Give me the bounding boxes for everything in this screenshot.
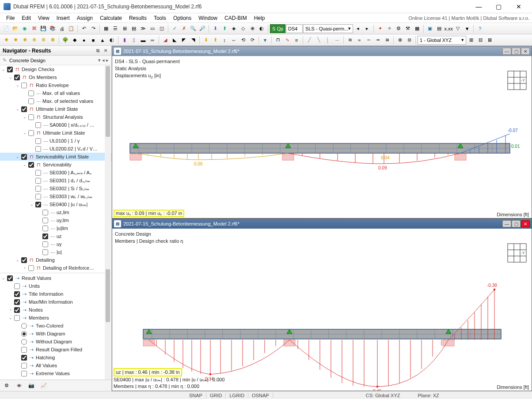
view-1-axes-icon[interactable]: -Y	[506, 69, 528, 91]
filter2-icon[interactable]: ▼	[463, 24, 471, 33]
d3-icon[interactable]: ◤	[179, 36, 188, 45]
menu-tools[interactable]: Tools	[150, 14, 170, 22]
tree-members[interactable]: Members	[29, 314, 49, 322]
d4-icon[interactable]: ◥	[189, 36, 198, 45]
next-icon[interactable]: ▸	[363, 24, 372, 33]
cb-u[interactable]	[42, 249, 48, 255]
rb-two-colored[interactable]	[21, 323, 27, 329]
footer-eye-icon[interactable]: 👁	[14, 381, 24, 390]
close-button[interactable]: ✕	[509, 0, 528, 13]
h4-icon[interactable]: ─	[333, 36, 342, 45]
tree-sls[interactable]: Serviceability Limit State	[36, 153, 89, 161]
tree-ulim[interactable]: |u|lim	[57, 224, 68, 232]
tree-se0301[interactable]: SE0301 | dₛ / dₛ,ₗᵢₘ	[49, 177, 90, 184]
status-osnap[interactable]: OSNAP	[248, 393, 273, 398]
g1-icon[interactable]: ⊓	[274, 36, 282, 45]
load-icon[interactable]: ⬇	[211, 24, 220, 33]
rb-with-diagram[interactable]	[21, 331, 27, 337]
star-d-icon[interactable]: ✻	[30, 36, 38, 45]
view-2-title[interactable]: ▤ 2021-07-15_Schulung-Betonbemessung_Mod…	[112, 219, 532, 229]
window-icon[interactable]: ▭	[148, 24, 157, 33]
cb-sls[interactable]	[21, 154, 27, 160]
class-icon[interactable]: ◈	[229, 24, 238, 33]
xxx-icon[interactable]: x.xx	[444, 24, 453, 33]
print-icon[interactable]: 🖨	[57, 24, 66, 33]
cb-maxmin[interactable]	[14, 299, 20, 305]
coord-sys-dropdown[interactable]: 1 - Global XYZ▾	[418, 36, 466, 45]
cb-uls2[interactable]	[28, 130, 34, 136]
shape4-icon[interactable]: ▲	[98, 36, 107, 45]
cb-detailing[interactable]	[21, 257, 27, 263]
tree-units[interactable]: Units	[29, 282, 40, 290]
calc2-icon[interactable]: ✗	[179, 24, 188, 33]
tree-maxmin[interactable]: Max/Min Information	[29, 298, 73, 306]
cb-units[interactable]	[14, 283, 20, 289]
options-icon[interactable]: ▤	[129, 24, 138, 33]
shape5-icon[interactable]: ◐	[107, 36, 116, 45]
h2-icon[interactable]: ╲	[314, 36, 323, 45]
i4-icon[interactable]: ≃	[373, 36, 382, 45]
view-2-max-icon[interactable]: ▢	[512, 220, 521, 227]
prev-icon[interactable]: ◂	[353, 24, 362, 33]
redo-icon[interactable]: ↷	[89, 24, 98, 33]
d2-icon[interactable]: ◣	[170, 36, 179, 45]
find-icon[interactable]: 🔎	[198, 24, 207, 33]
sec3-icon[interactable]: ▬	[139, 36, 148, 45]
cb-result-values[interactable]	[7, 275, 13, 281]
tree-max-all[interactable]: Max. of all values	[42, 89, 80, 97]
footer-settings-icon[interactable]: ⚙	[2, 381, 11, 390]
menu-view[interactable]: View	[34, 14, 53, 22]
shape1-icon[interactable]: ◆	[70, 36, 79, 45]
tree-without-diagram[interactable]: Without Diagram	[36, 338, 72, 346]
cb-members[interactable]	[14, 315, 20, 321]
minimize-button[interactable]: —	[469, 0, 489, 13]
cb-ul0200[interactable]	[35, 146, 41, 152]
cb-uzlim[interactable]	[42, 210, 48, 215]
tree-title-info[interactable]: Title Information	[29, 290, 63, 298]
cb-se0400[interactable]	[35, 202, 41, 207]
tree-hatching[interactable]: Hatching	[36, 354, 55, 361]
e6-icon[interactable]: ⟳	[248, 36, 257, 45]
sec2-icon[interactable]: ▯	[129, 36, 138, 45]
status-lgrid[interactable]: LGRID	[226, 393, 248, 398]
view-2-close-icon[interactable]: ✕	[521, 220, 530, 227]
star-f-icon[interactable]: ✽	[48, 36, 57, 45]
cb-uy[interactable]	[42, 241, 48, 247]
view-2-min-icon[interactable]: —	[502, 220, 511, 227]
cb-uz[interactable]	[42, 233, 48, 239]
addon-icon[interactable]: ⊕	[248, 24, 257, 33]
cb-title-info[interactable]	[14, 291, 20, 297]
view-1-min-icon[interactable]: —	[502, 48, 511, 55]
status-grid[interactable]: GRID	[206, 393, 226, 398]
cb-hatching[interactable]	[21, 355, 27, 361]
grid-icon[interactable]: ⊞	[120, 24, 129, 33]
tool2-icon[interactable]: ⚒	[403, 24, 412, 33]
k2-icon[interactable]: ⊟	[476, 36, 485, 45]
list-icon[interactable]: ☰	[111, 24, 120, 33]
status-snap[interactable]: SNAP	[186, 393, 206, 398]
cb-nodes[interactable]	[14, 307, 20, 313]
g2-icon[interactable]: ∿	[283, 36, 292, 45]
menu-insert[interactable]: Insert	[53, 14, 73, 22]
tree-on-members[interactable]: On Members	[29, 73, 57, 81]
report-icon[interactable]: 📋	[67, 24, 76, 33]
g3-icon[interactable]: ≡	[292, 36, 301, 45]
sec1-icon[interactable]: ▮	[120, 36, 129, 45]
cb-struct[interactable]	[28, 114, 34, 120]
close-nav-icon[interactable]: ✕	[103, 48, 109, 54]
j1-icon[interactable]: ⊕	[395, 36, 404, 45]
tree-se0400[interactable]: SE0400 | |u / uₗᵢₘ|	[49, 200, 87, 208]
cb-max-all[interactable]	[28, 90, 34, 96]
cb-sa0600[interactable]	[35, 122, 41, 128]
tree-with-diagram[interactable]: With Diagram	[36, 330, 65, 338]
tool3-icon[interactable]: ▦	[413, 24, 422, 33]
d1-icon[interactable]: ◢	[161, 36, 170, 45]
tree-two-colored[interactable]: Two-Colored	[36, 322, 63, 330]
view2-icon[interactable]: ▤	[435, 24, 444, 33]
cb-ul0100[interactable]	[35, 138, 41, 144]
magnify-icon[interactable]: 🔍	[189, 24, 198, 33]
cb-det-reinf[interactable]	[28, 265, 34, 271]
cb-on-members[interactable]	[14, 75, 20, 80]
menu-options[interactable]: Options	[170, 14, 195, 22]
menu-results[interactable]: Results	[125, 14, 150, 22]
